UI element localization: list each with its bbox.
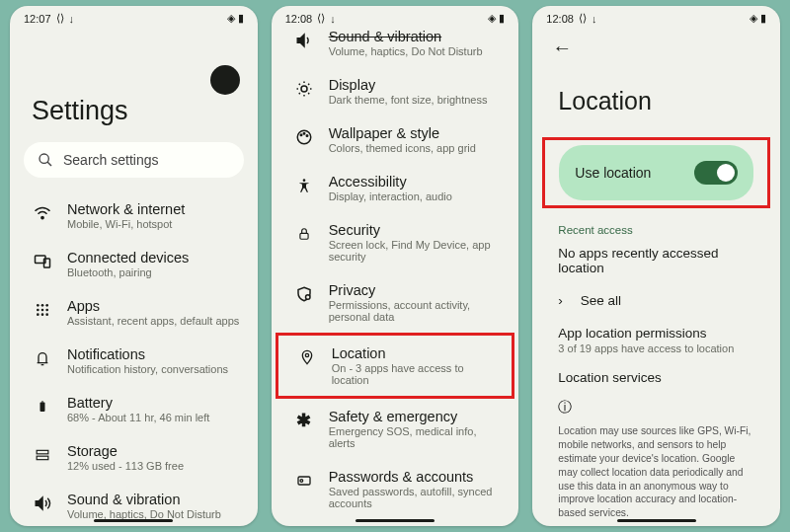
wifi-icon: ◈: [488, 12, 496, 25]
item-title: Storage: [67, 443, 240, 459]
settings-scrolled-screen: 12:08 ⟨⟩ ↓ ◈ ▮ Sound & vibrationVolume, …: [272, 6, 519, 526]
settings-item-notifications[interactable]: NotificationsNotification history, conve…: [14, 337, 254, 385]
item-title: Wallpaper & style: [329, 125, 502, 141]
item-sub: Volume, haptics, Do Not Disturb: [329, 45, 502, 57]
svg-point-30: [300, 480, 303, 483]
item-sub: Assistant, recent apps, default apps: [67, 315, 240, 327]
battery-icon: ▮: [760, 12, 766, 25]
status-bar: 12:07 ⟨⟩ ↓ ◈ ▮: [10, 6, 258, 27]
settings-main-screen: 12:07 ⟨⟩ ↓ ◈ ▮ Settings Search settings …: [10, 6, 258, 526]
status-bar: 12:08 ⟨⟩ ↓ ◈ ▮: [532, 6, 780, 27]
item-title: Privacy: [329, 282, 502, 298]
settings-item-sound[interactable]: Sound & vibrationVolume, haptics, Do Not…: [276, 27, 515, 67]
svg-point-25: [302, 179, 305, 182]
settings-item-storage[interactable]: Storage12% used - 113 GB free: [14, 433, 254, 482]
svg-point-10: [45, 309, 48, 312]
svg-point-8: [37, 309, 40, 312]
svg-point-28: [305, 353, 308, 356]
svg-point-22: [300, 134, 302, 136]
settings-item-accessibility[interactable]: AccessibilityDisplay, interaction, audio: [276, 164, 515, 212]
item-sub: 68% - About 11 hr, 46 min left: [67, 412, 240, 423]
palette-icon: [293, 126, 315, 148]
location-icon: [296, 346, 318, 368]
info-icon: ⓘ: [536, 397, 776, 422]
see-all-label: See all: [581, 293, 621, 308]
item-title: Location: [332, 345, 499, 361]
settings-item-connected[interactable]: Connected devicesBluetooth, pairing: [14, 240, 254, 288]
item-title: Safety & emergency: [329, 409, 502, 424]
download-icon: ↓: [592, 13, 597, 25]
see-all-button[interactable]: › See all: [536, 289, 776, 322]
brightness-icon: [293, 78, 315, 100]
svg-point-6: [41, 304, 44, 307]
settings-item-display[interactable]: DisplayDark theme, font size, brightness: [276, 67, 515, 115]
download-icon: ↓: [330, 13, 336, 25]
item-title: Network & internet: [67, 201, 240, 217]
settings-item-battery[interactable]: Battery68% - About 11 hr, 46 min left: [14, 385, 254, 433]
item-title: Passwords & accounts: [329, 469, 502, 485]
item-title: Security: [329, 222, 502, 238]
no-recent-text: No apps recently accessed location: [536, 244, 776, 289]
settings-item-network[interactable]: Network & internetMobile, Wi-Fi, hotspot: [14, 191, 254, 240]
item-title: Battery: [67, 395, 240, 411]
item-sub: Display, interaction, audio: [329, 190, 502, 202]
search-icon: [38, 152, 53, 168]
settings-item-passwords[interactable]: Passwords & accountsSaved passwords, aut…: [276, 459, 515, 519]
item-title: Sound & vibration: [67, 492, 240, 507]
search-settings[interactable]: Search settings: [24, 142, 244, 178]
item-sub: 3 of 19 apps have access to location: [558, 342, 754, 354]
use-location-toggle[interactable]: [694, 161, 738, 185]
item-title: Display: [329, 77, 502, 93]
nav-handle[interactable]: [356, 519, 434, 522]
toggle-knob: [717, 164, 735, 182]
app-location-permissions[interactable]: App location permissions 3 of 19 apps ha…: [536, 322, 776, 366]
apps-icon: [32, 299, 53, 321]
battery-icon: [32, 396, 53, 418]
nfc-icon: ⟨⟩: [56, 12, 64, 25]
item-sub: Bluetooth, pairing: [67, 266, 240, 278]
item-sub: Permissions, account activity, personal …: [329, 299, 502, 323]
battery-icon: ▮: [499, 12, 505, 25]
back-button[interactable]: ←: [536, 27, 776, 59]
svg-rect-15: [41, 402, 43, 403]
svg-marker-18: [36, 497, 42, 509]
settings-item-security[interactable]: SecurityScreen lock, Find My Device, app…: [276, 212, 515, 272]
settings-item-apps[interactable]: AppsAssistant, recent apps, default apps: [14, 288, 254, 337]
item-title: Connected devices: [67, 250, 240, 266]
location-services[interactable]: Location services: [536, 366, 776, 397]
settings-item-privacy[interactable]: PrivacyPermissions, account activity, pe…: [276, 272, 515, 333]
profile-avatar[interactable]: [210, 65, 240, 95]
item-title: App location permissions: [558, 326, 754, 341]
item-sub: Colors, themed icons, app grid: [329, 142, 502, 154]
status-time: 12:07: [24, 13, 51, 25]
privacy-icon: [293, 283, 315, 305]
storage-icon: [32, 444, 53, 466]
svg-point-0: [40, 154, 48, 163]
settings-item-wallpaper[interactable]: Wallpaper & styleColors, themed icons, a…: [276, 115, 515, 164]
item-sub: Notification history, conversations: [67, 363, 240, 375]
use-location-toggle-row[interactable]: Use location: [559, 145, 753, 200]
nfc-icon: ⟨⟩: [317, 12, 325, 25]
item-sub: On - 3 apps have access to location: [332, 362, 499, 386]
svg-rect-26: [300, 233, 308, 239]
battery-icon: ▮: [238, 12, 244, 25]
location-disclaimer-1: Location may use sources like GPS, Wi-Fi…: [536, 422, 776, 526]
svg-rect-16: [37, 450, 48, 454]
settings-item-safety[interactable]: ✱ Safety & emergencyEmergency SOS, medic…: [276, 399, 515, 459]
nav-handle[interactable]: [617, 519, 696, 522]
item-sub: Saved passwords, autofill, synced accoun…: [329, 486, 502, 509]
recent-access-label: Recent access: [536, 208, 776, 244]
item-title: Notifications: [67, 346, 240, 362]
devices-icon: [32, 251, 53, 272]
item-sub: Dark theme, font size, brightness: [329, 94, 502, 106]
bell-icon: [32, 347, 53, 369]
nav-handle[interactable]: [94, 519, 173, 522]
item-sub: Screen lock, Find My Device, app securit…: [329, 239, 502, 263]
svg-rect-14: [40, 403, 45, 413]
svg-line-1: [47, 162, 51, 166]
status-time: 12:08: [285, 13, 313, 25]
item-title: Location services: [558, 370, 754, 385]
svg-point-20: [301, 86, 307, 92]
settings-item-location[interactable]: LocationOn - 3 apps have access to locat…: [276, 333, 515, 399]
svg-point-13: [45, 313, 48, 316]
